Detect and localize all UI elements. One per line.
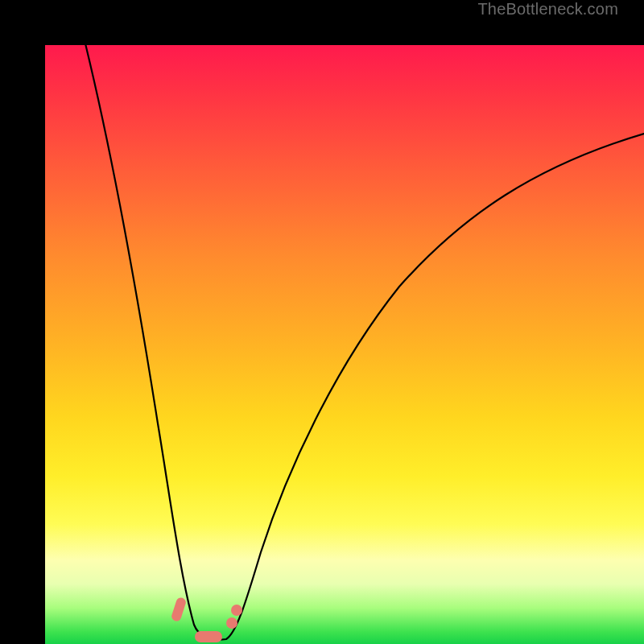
marker-pill-left	[171, 597, 188, 622]
marker-dot-right-upper	[231, 605, 242, 616]
marker-bar-bottom	[195, 631, 222, 642]
watermark-text: TheBottleneck.com	[477, 0, 618, 19]
bottleneck-curve	[84, 45, 644, 640]
marker-dot-right-lower	[226, 617, 237, 629]
curve-markers	[171, 597, 242, 642]
chart-frame	[0, 0, 644, 644]
plot-area	[45, 45, 644, 644]
curve-layer	[45, 45, 644, 644]
